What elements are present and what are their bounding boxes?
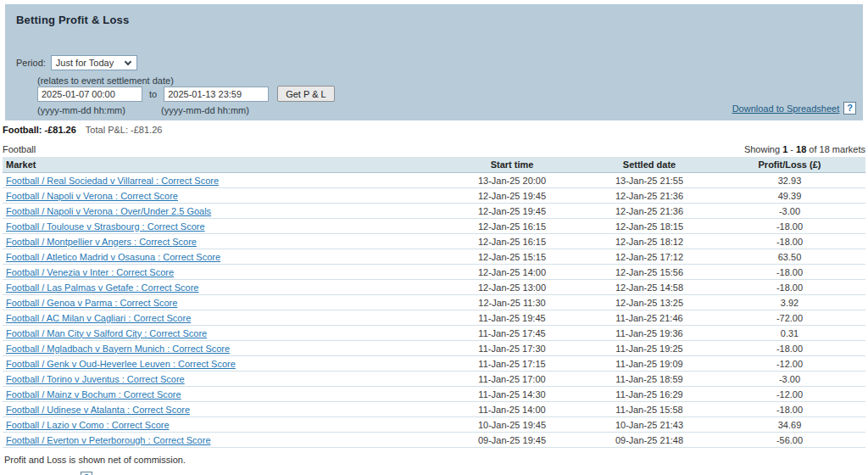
profit-loss-cell: 49.39 (714, 188, 865, 204)
period-label: Period: (16, 58, 46, 68)
commission-note: Profit and Loss is shown net of commissi… (4, 455, 868, 465)
settled-date-cell: 11-Jan-25 21:46 (585, 310, 714, 326)
table-row: Football / Torino v Juventus : Correct S… (3, 372, 865, 387)
profit-loss-cell: -56.00 (714, 433, 865, 448)
col-header-market: Market (3, 157, 439, 173)
profit-loss-cell: -3.00 (714, 372, 865, 387)
showing-count: Showing 1 - 18 of 18 markets (744, 144, 865, 154)
table-row: Football / Mainz v Bochum : Correct Scor… (3, 387, 865, 402)
profit-loss-cell: -18.00 (714, 341, 865, 356)
settled-date-cell: 09-Jan-25 21:48 (585, 433, 714, 448)
pl-summary: Football: -£81.26 Total P&L: -£81.26 (3, 125, 868, 135)
profit-loss-cell: 3.92 (714, 295, 865, 310)
table-row: Football / Lazio v Como : Correct Score1… (3, 417, 865, 433)
profit-loss-cell: 0.31 (714, 326, 865, 341)
market-link[interactable]: Football / Lazio v Como : Correct Score (6, 420, 170, 430)
profit-loss-cell: 63.50 (714, 249, 865, 265)
page-title: Betting Profit & Loss (16, 14, 129, 26)
table-row: Football / Udinese v Atalanta : Correct … (3, 402, 865, 417)
profit-loss-cell: -3.00 (714, 204, 865, 219)
get-pl-button[interactable]: Get P & L (277, 86, 335, 102)
start-time-cell: 10-Jan-25 19:45 (439, 417, 585, 433)
market-link[interactable]: Football / Montpellier v Angers : Correc… (6, 237, 197, 247)
download-help-icon[interactable]: ? (843, 102, 856, 115)
start-time-cell: 12-Jan-25 19:45 (439, 204, 585, 219)
market-link[interactable]: Football / Everton v Peterborough : Corr… (6, 435, 211, 445)
table-row: Football / Atletico Madrid v Osasuna : C… (3, 249, 865, 265)
settled-date-cell: 12-Jan-25 17:12 (585, 249, 714, 265)
market-link[interactable]: Football / Torino v Juventus : Correct S… (6, 374, 185, 384)
times-help-icon[interactable]: ? (81, 472, 93, 475)
to-label: to (149, 89, 157, 99)
market-link[interactable]: Football / Mgladbach v Bayern Munich : C… (6, 344, 230, 354)
settled-date-cell: 12-Jan-25 21:36 (585, 188, 714, 204)
market-link[interactable]: Football / Las Palmas v Getafe : Correct… (6, 282, 198, 293)
table-header-row: Market Start time Settled date Profit/Lo… (3, 157, 865, 173)
market-link[interactable]: Football / Venezia v Inter : Correct Sco… (6, 267, 174, 277)
start-time-cell: 12-Jan-25 16:15 (439, 219, 585, 234)
table-row: Football / AC Milan v Cagliari : Correct… (3, 310, 865, 326)
settled-date-cell: 12-Jan-25 15:56 (585, 265, 714, 280)
settled-date-cell: 11-Jan-25 19:36 (585, 326, 714, 341)
settled-date-cell: 12-Jan-25 18:15 (585, 219, 714, 234)
table-row: Football / Mgladbach v Bayern Munich : C… (3, 341, 865, 356)
start-time-cell: 12-Jan-25 14:00 (439, 265, 585, 280)
start-time-cell: 11-Jan-25 19:45 (439, 310, 585, 326)
settled-date-cell: 12-Jan-25 13:25 (585, 295, 714, 310)
table-row: Football / Genoa v Parma : Correct Score… (3, 295, 865, 310)
settlement-note: (relates to event settlement date) (37, 75, 174, 86)
start-time-cell: 12-Jan-25 19:45 (439, 188, 585, 204)
sport-total: Football: -£81.26 (3, 125, 76, 135)
date-to-format-hint: (yyyy-mm-dd hh:mm) (161, 105, 249, 115)
settled-date-cell: 12-Jan-25 18:12 (585, 234, 714, 249)
profit-loss-cell: -18.00 (714, 402, 865, 417)
market-link[interactable]: Football / Napoli v Verona : Correct Sco… (6, 191, 178, 201)
settled-date-cell: 12-Jan-25 14:58 (585, 280, 714, 295)
table-row: Football / Venezia v Inter : Correct Sco… (3, 265, 865, 280)
market-link[interactable]: Football / Mainz v Bochum : Correct Scor… (6, 389, 181, 400)
settled-date-cell: 11-Jan-25 16:29 (585, 387, 714, 402)
period-select[interactable]: Just for Today (51, 55, 137, 70)
table-row: Football / Las Palmas v Getafe : Correct… (3, 280, 865, 295)
start-time-cell: 12-Jan-25 11:30 (439, 295, 585, 310)
market-link[interactable]: Football / Atletico Madrid v Osasuna : C… (6, 252, 220, 262)
date-from-format-hint: (yyyy-mm-dd hh:mm) (37, 105, 125, 115)
start-time-cell: 11-Jan-25 17:30 (439, 341, 585, 356)
market-link[interactable]: Football / AC Milan v Cagliari : Correct… (6, 313, 191, 323)
date-from-input[interactable] (37, 87, 142, 102)
market-link[interactable]: Football / Real Sociedad v Villarreal : … (6, 176, 219, 186)
settled-date-cell: 13-Jan-25 21:55 (585, 173, 714, 188)
market-link[interactable]: Football / Toulouse v Strasbourg : Corre… (6, 221, 205, 232)
settled-date-cell: 11-Jan-25 19:25 (585, 341, 714, 356)
table-row: Football / Genk v Oud-Heverlee Leuven : … (3, 356, 865, 372)
profit-loss-cell: -72.00 (714, 310, 865, 326)
col-header-start-time: Start time (439, 157, 585, 173)
overall-total: Total P&L: -£81.26 (86, 125, 163, 135)
market-link[interactable]: Football / Udinese v Atalanta : Correct … (6, 405, 190, 415)
settled-date-cell: 10-Jan-25 21:43 (585, 417, 714, 433)
profit-loss-cell: -18.00 (714, 219, 865, 234)
start-time-cell: 11-Jan-25 14:00 (439, 402, 585, 417)
profit-loss-cell: 34.69 (714, 417, 865, 433)
start-time-cell: 12-Jan-25 15:15 (439, 249, 585, 265)
settled-date-cell: 12-Jan-25 21:36 (585, 204, 714, 219)
start-time-cell: 11-Jan-25 17:15 (439, 356, 585, 372)
date-to-input[interactable] (164, 87, 269, 102)
table-row: Football / Everton v Peterborough : Corr… (3, 433, 865, 448)
start-time-cell: 09-Jan-25 19:45 (439, 433, 585, 448)
start-time-cell: 12-Jan-25 13:00 (439, 280, 585, 295)
market-link[interactable]: Football / Man City v Salford City : Cor… (6, 328, 207, 338)
market-link[interactable]: Football / Napoli v Verona : Over/Under … (6, 206, 211, 216)
start-time-cell: 11-Jan-25 17:45 (439, 326, 585, 341)
section-label: Football (3, 144, 36, 154)
profit-loss-cell: 32.93 (714, 173, 865, 188)
col-header-settled-date: Settled date (585, 157, 714, 173)
market-link[interactable]: Football / Genoa v Parma : Correct Score (6, 298, 177, 308)
pl-header-panel: Betting Profit & Loss Period: Just for T… (5, 4, 863, 120)
pl-table: Market Start time Settled date Profit/Lo… (3, 157, 865, 448)
table-row: Football / Montpellier v Angers : Correc… (3, 234, 865, 249)
table-row: Football / Toulouse v Strasbourg : Corre… (3, 219, 865, 234)
download-spreadsheet-link[interactable]: Download to Spreadsheet (732, 103, 840, 114)
market-link[interactable]: Football / Genk v Oud-Heverlee Leuven : … (6, 359, 236, 369)
profit-loss-cell: -18.00 (714, 265, 865, 280)
